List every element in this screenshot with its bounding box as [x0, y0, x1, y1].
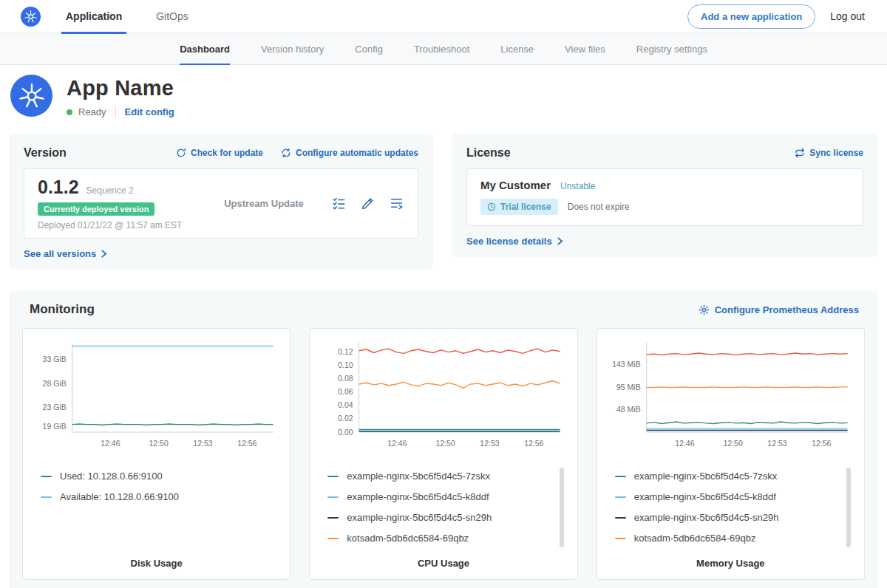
- configure-automatic-updates-label: Configure automatic updates: [296, 148, 418, 158]
- subtab-license[interactable]: License: [485, 33, 549, 64]
- legend-label: example-nginx-5bc6f5d4c5-k8ddf: [634, 491, 776, 502]
- version-info: 0.1.2 Sequence 2 Currently deployed vers…: [38, 177, 197, 230]
- legend-item: example-nginx-5bc6f5d4c5-sn29h: [327, 512, 553, 523]
- svg-text:0.04: 0.04: [339, 400, 354, 409]
- configure-prometheus-link[interactable]: Configure Prometheus Address: [699, 304, 859, 315]
- legend-line-swatch: [615, 496, 626, 498]
- legend-line-swatch: [615, 538, 626, 539]
- legend-item: example-nginx-5bc6f5d4c5-k8ddf: [327, 491, 553, 502]
- svg-text:28 GiB: 28 GiB: [43, 379, 67, 388]
- legend-line-swatch: [615, 476, 626, 477]
- subtab-dashboard[interactable]: Dashboard: [164, 33, 245, 64]
- legend-label: example-nginx-5bc6f5d4c5-7zskx: [347, 471, 490, 482]
- page-title: App Name: [67, 76, 174, 100]
- svg-text:19 GiB: 19 GiB: [43, 422, 67, 431]
- version-number-row: 0.1.2 Sequence 2: [38, 177, 197, 198]
- subtab-troubleshoot[interactable]: Troubleshoot: [398, 33, 485, 64]
- trial-license-label: Trial license: [500, 202, 551, 212]
- legend-label: example-nginx-5bc6f5d4c5-k8ddf: [347, 491, 489, 502]
- disk-usage-legend: Used: 10.128.0.66:9100Available: 10.128.…: [41, 471, 282, 502]
- monitoring-header: Monitoring Configure Prometheus Address: [22, 302, 865, 317]
- chart-title: Memory Usage: [605, 558, 857, 569]
- configure-automatic-updates-link[interactable]: Configure automatic updates: [281, 148, 418, 158]
- legend-scrollbar[interactable]: [846, 468, 851, 547]
- kubernetes-wheel-icon: [18, 82, 46, 110]
- svg-text:12:56: 12:56: [237, 439, 256, 448]
- chart-title: CPU Usage: [317, 558, 569, 569]
- subtab-registry-settings[interactable]: Registry settings: [621, 33, 723, 64]
- legend-item: example-nginx-5bc6f5d4c5-7zskx: [327, 471, 553, 482]
- tab-gitops[interactable]: GitOps: [156, 0, 188, 33]
- customer-name: My Customer: [480, 179, 551, 191]
- svg-text:12:53: 12:53: [193, 439, 212, 448]
- preflight-checks-icon[interactable]: [331, 196, 347, 211]
- legend-label: example-nginx-5bc6f5d4c5-7zskx: [634, 471, 778, 482]
- legend-item: example-nginx-5bc6f5d4c5-7zskx: [615, 471, 840, 482]
- cpu-usage-chart-card: 0.120.100.080.060.040.020.0012:4612:5012…: [309, 328, 577, 580]
- subtab-version-history[interactable]: Version history: [245, 33, 339, 64]
- svg-text:12:46: 12:46: [675, 439, 694, 448]
- svg-text:12:50: 12:50: [436, 439, 455, 448]
- svg-text:0.02: 0.02: [339, 414, 354, 423]
- chevron-right-icon: [556, 237, 564, 245]
- svg-text:0.06: 0.06: [339, 387, 354, 396]
- auto-update-icon: [281, 148, 291, 158]
- check-for-update-label: Check for update: [191, 148, 263, 158]
- legend-line-swatch: [327, 538, 339, 539]
- legend-label: Available: 10.128.0.66:9100: [60, 491, 179, 502]
- see-license-details-link[interactable]: See license details: [466, 236, 564, 247]
- sync-license-link[interactable]: Sync license: [795, 148, 863, 158]
- legend-line-swatch: [41, 476, 52, 477]
- version-card-title: Version: [24, 146, 67, 160]
- app-header-text: App Name Ready Edit config: [67, 75, 174, 117]
- chevron-right-icon: [100, 250, 108, 258]
- monitoring-title: Monitoring: [30, 302, 95, 317]
- memory-usage-plot: 143 MiB95 MiB48 MiB12:4612:5012:5312:56: [605, 338, 857, 450]
- disk-usage-chart-card: 33 GiB28 GiB23 GiB19 GiB12:4612:5012:531…: [22, 328, 290, 580]
- gear-icon: [699, 304, 710, 315]
- subtab-view-files[interactable]: View files: [549, 33, 621, 64]
- edit-config-icon[interactable]: [360, 196, 375, 211]
- legend-line-swatch: [327, 517, 339, 519]
- expiration-label: Does not expire: [568, 202, 630, 212]
- license-card-title: License: [466, 146, 511, 160]
- license-details-row: My Customer Unstable Trial license Does …: [466, 168, 863, 226]
- legend-item: kotsadm-5db6dc6584-69qbz: [615, 533, 840, 544]
- sync-icon: [795, 148, 805, 158]
- legend-line-swatch: [41, 496, 52, 498]
- legend-item: kotsadm-5db6dc6584-69qbz: [327, 533, 553, 544]
- sequence-label: Sequence 2: [86, 185, 134, 196]
- legend-label: kotsadm-5db6dc6584-69qbz: [634, 533, 756, 544]
- see-all-versions-label: See all versions: [24, 248, 96, 259]
- charts-row: 33 GiB28 GiB23 GiB19 GiB12:4612:5012:531…: [22, 328, 865, 580]
- deploy-logs-icon[interactable]: [389, 196, 404, 211]
- tab-application[interactable]: Application: [66, 0, 122, 33]
- status-badge: Ready: [78, 106, 106, 117]
- subtab-config[interactable]: Config: [339, 33, 398, 64]
- clock-icon: [487, 202, 496, 211]
- monitoring-card: Monitoring Configure Prometheus Address …: [9, 290, 878, 588]
- edit-config-link[interactable]: Edit config: [125, 106, 174, 117]
- legend-item: Used: 10.128.0.66:9100: [41, 471, 266, 482]
- legend-scrollbar[interactable]: [560, 468, 564, 547]
- svg-text:23 GiB: 23 GiB: [43, 403, 67, 411]
- legend-item: Available: 10.128.0.66:9100: [41, 491, 266, 502]
- license-card: License Sync license My Customer Unstabl…: [452, 134, 878, 257]
- customer-row: My Customer Unstable: [480, 177, 849, 191]
- check-for-update-link[interactable]: Check for update: [176, 148, 263, 158]
- sync-license-label: Sync license: [809, 148, 863, 158]
- legend-line-swatch: [327, 496, 339, 498]
- deployed-version-badge: Currently deployed version: [38, 202, 154, 216]
- see-all-versions-link[interactable]: See all versions: [24, 248, 108, 259]
- add-application-button[interactable]: Add a new application: [687, 4, 815, 29]
- legend-line-swatch: [615, 517, 626, 519]
- top-navbar: Application GitOps Add a new application…: [0, 0, 887, 33]
- ready-status-dot: [67, 109, 72, 115]
- svg-text:143 MiB: 143 MiB: [612, 360, 641, 369]
- logout-button[interactable]: Log out: [830, 10, 865, 22]
- kubernetes-logo[interactable]: [21, 7, 41, 27]
- topnav-right: Add a new application Log out: [687, 4, 865, 29]
- legend-item: example-nginx-5bc6f5d4c5-sn29h: [615, 512, 840, 523]
- deployed-timestamp: Deployed 01/21/22 @ 11:57 am EST: [38, 220, 197, 230]
- svg-text:0.08: 0.08: [339, 374, 354, 383]
